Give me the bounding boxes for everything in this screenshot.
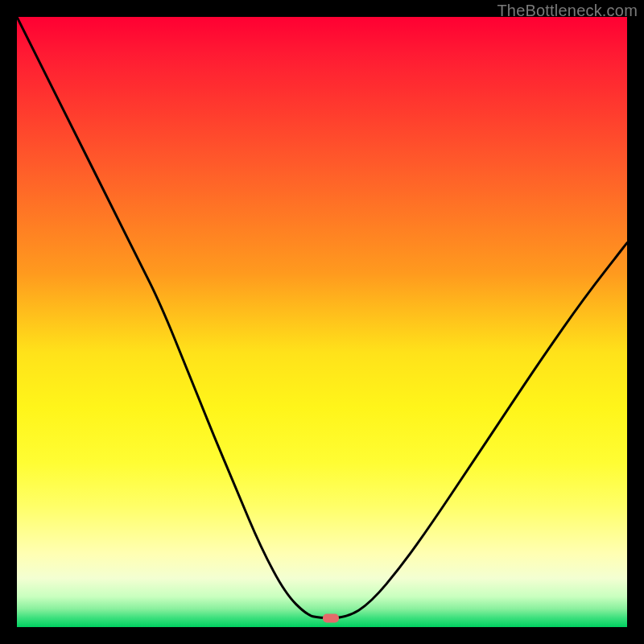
curve-layer [17,17,627,627]
chart-stage: TheBottleneck.com [0,0,644,644]
bottleneck-curve [17,17,627,618]
plot-area [17,17,627,627]
bottleneck-marker [323,613,339,622]
watermark-text: TheBottleneck.com [497,2,638,20]
